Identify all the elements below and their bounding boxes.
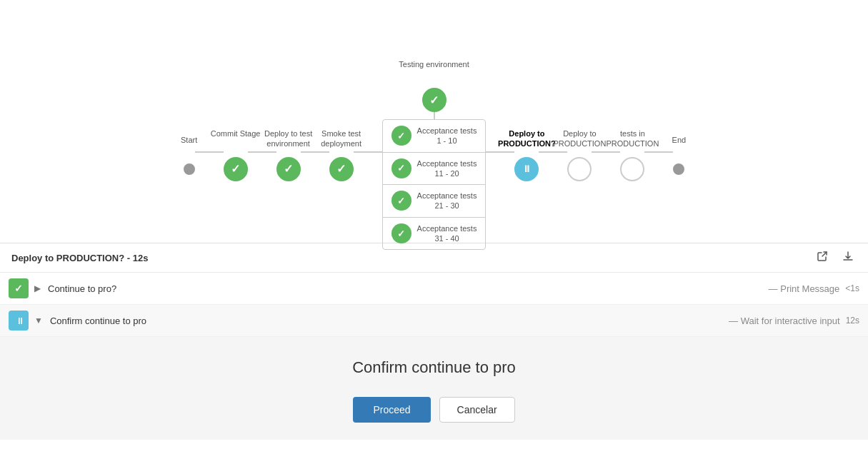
parallel-stage-4: ✓ Acceptance tests31 - 40 <box>383 218 486 250</box>
stage-smoke: Smoke test deployment ✓ <box>329 157 354 181</box>
status-actions <box>814 249 857 266</box>
connector-4 <box>354 151 382 153</box>
node-smoke: ✓ <box>329 157 354 181</box>
job-2-time: 12s <box>846 316 859 326</box>
node-start <box>184 163 195 175</box>
job-2-name: Confirm continue to pro <box>50 316 717 326</box>
stage-deploy-test: Deploy to test environment ✓ <box>276 157 301 181</box>
confirm-title: Confirm continue to pro <box>352 358 516 377</box>
connector-2 <box>248 151 276 153</box>
parallel-node-3: ✓ <box>391 191 411 211</box>
node-end <box>673 163 684 175</box>
job-2-status-badge: ⏸ <box>9 311 29 331</box>
pipeline-row: Start Commit Stage ✓ Deploy to test envi… <box>0 54 868 250</box>
stage-testing: Testing environment ✓ ✓ Acceptance tests… <box>382 88 487 250</box>
external-link-button[interactable] <box>814 249 831 266</box>
confirm-buttons: Proceed Cancelar <box>353 397 514 423</box>
parallel-label-3: Acceptance tests21 - 30 <box>417 191 477 211</box>
node-testing: ✓ <box>422 88 447 112</box>
node-deploy-test: ✓ <box>276 157 301 181</box>
parallel-node-1: ✓ <box>391 126 411 146</box>
job-row-1: ✓ ▶ Continue to pro? — Print Message <1s <box>0 273 868 305</box>
parallel-check-1: ✓ <box>397 131 405 141</box>
external-link-icon <box>817 251 828 262</box>
checkmark-smoke: ✓ <box>336 162 346 176</box>
proceed-button[interactable]: Proceed <box>353 397 430 423</box>
job-2-expand-icon[interactable]: ▼ <box>34 316 43 326</box>
confirm-area: Confirm continue to pro Proceed Cancelar <box>0 337 868 440</box>
bottom-section: Deploy to PRODUCTION? - 12s ✓ ▶ Conti <box>0 243 868 440</box>
stage-smoke-label: Smoke test deployment <box>306 128 377 149</box>
parallel-stage-1: ✓ Acceptance tests1 - 10 <box>383 120 486 153</box>
node-tests-prod <box>620 157 644 181</box>
job-row-2: ⏸ ▼ Confirm continue to pro — Wait for i… <box>0 305 868 337</box>
parallel-node-2: ✓ <box>391 158 411 178</box>
job-1-check-icon: ✓ <box>14 283 23 294</box>
stage-end: End <box>673 163 684 175</box>
cancel-button[interactable]: Cancelar <box>439 397 515 423</box>
stage-deploy-prod-gate: Deploy to PRODUCTION? ⏸ <box>514 157 539 181</box>
checkmark-commit: ✓ <box>231 162 240 176</box>
connector-5 <box>486 151 514 153</box>
parallel-label-4: Acceptance tests31 - 40 <box>417 223 477 244</box>
parallel-stage-3: ✓ Acceptance tests21 - 30 <box>383 185 486 218</box>
parallel-stages: ✓ Acceptance tests1 - 10 ✓ Acceptance te… <box>382 119 487 250</box>
job-2-sub: — Wait for interactive input <box>729 316 840 326</box>
job-1-time: <1s <box>845 283 859 293</box>
status-title: Deploy to PRODUCTION? - 12s <box>11 253 148 263</box>
connector-1 <box>195 151 224 153</box>
connector-6 <box>539 151 567 153</box>
stage-commit: Commit Stage ✓ <box>224 157 248 181</box>
stage-tests-prod: tests in PRODUCTION <box>620 157 644 181</box>
download-icon <box>842 251 854 262</box>
job-2-pause-icon: ⏸ <box>14 316 24 326</box>
parallel-label-1: Acceptance tests1 - 10 <box>417 126 477 146</box>
connector-7 <box>592 151 620 153</box>
connector-3 <box>301 151 329 153</box>
job-1-status-badge: ✓ <box>9 278 29 298</box>
pause-icon: ⏸ <box>522 163 531 174</box>
download-button[interactable] <box>839 249 857 266</box>
stage-start: Start <box>184 163 195 175</box>
stage-testing-label: Testing environment <box>399 59 470 69</box>
connector-8 <box>644 151 673 153</box>
node-deploy-prod <box>567 157 592 181</box>
parallel-check-2: ✓ <box>397 163 405 173</box>
parallel-node-4: ✓ <box>391 223 411 243</box>
pipeline-area: Start Commit Stage ✓ Deploy to test envi… <box>0 0 868 243</box>
checkmark-testing: ✓ <box>429 94 439 107</box>
parallel-label-2: Acceptance tests11 - 20 <box>417 158 477 179</box>
stage-deploy-prod: Deploy to PRODUCTION <box>567 157 592 181</box>
stage-end-label: End <box>643 135 714 145</box>
v-line-down <box>434 112 435 119</box>
parallel-check-4: ✓ <box>397 228 405 239</box>
parallel-check-3: ✓ <box>397 196 405 206</box>
node-deploy-prod-gate: ⏸ <box>514 157 539 181</box>
job-1-name: Continue to pro? <box>48 283 757 294</box>
checkmark-deploy-test: ✓ <box>284 162 293 176</box>
job-1-expand-icon[interactable]: ▶ <box>34 283 41 293</box>
parallel-stage-2: ✓ Acceptance tests11 - 20 <box>383 153 486 186</box>
job-1-sub: — Print Message <box>769 283 840 294</box>
node-commit: ✓ <box>224 157 248 181</box>
